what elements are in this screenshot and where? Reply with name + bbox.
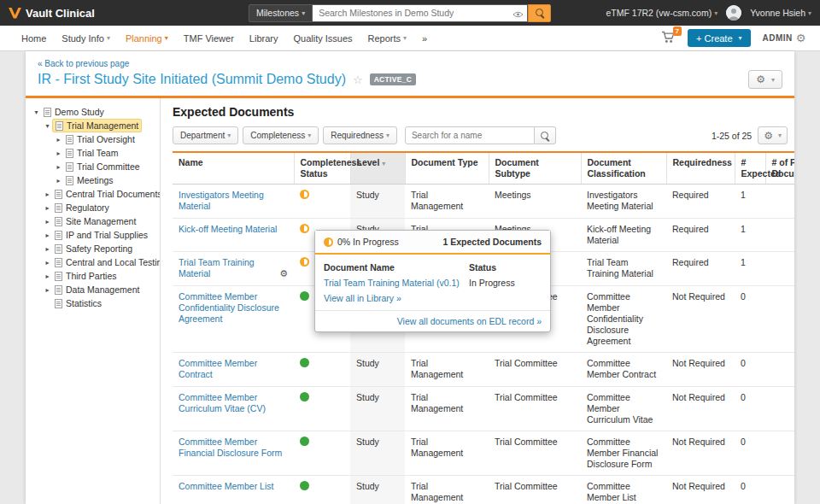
tree-item-safety-reporting[interactable]: ▸Safety Reporting [26,242,160,255]
create-button[interactable]: + Create ▾ [688,29,751,47]
tree-item-meetings[interactable]: ▸Meetings [26,173,160,187]
completeness-complete-icon[interactable] [300,392,309,401]
completeness-in-progress-icon[interactable] [300,224,309,233]
tree-item-trial-team[interactable]: ▸Trial Team [26,146,160,160]
column-header-document-classification[interactable]: Document Classification [581,153,666,185]
chevron-down-icon: ▾ [714,9,718,17]
row-actions-gear-icon[interactable]: ⚙ [279,268,288,280]
chevron-right-icon[interactable]: ▸ [55,177,62,185]
column-header-requiredness[interactable]: Requiredness [666,153,735,185]
completeness-complete-icon[interactable] [300,291,309,301]
chevron-right-icon[interactable]: ▸ [44,286,51,294]
nav-item-tmf-viewer[interactable]: TMF Viewer [176,26,242,51]
view-all-edl-link[interactable]: View all documents on EDL record » [397,316,542,326]
global-search-input[interactable] [313,4,528,22]
user-avatar[interactable] [726,5,741,21]
filter-requiredness[interactable]: Requiredness▾ [323,126,397,144]
vault-selector[interactable]: eTMF 17R2 (vw-csm.com) ▾ [606,8,718,18]
chevron-right-icon[interactable]: ▸ [44,218,51,226]
completeness-complete-icon[interactable] [300,481,309,490]
requiredness-cell: Not Required [666,353,735,386]
tree-item-label: Meetings [63,174,116,186]
nav-item-reports[interactable]: Reports▾ [360,26,415,51]
chevron-down-icon[interactable]: ▾ [32,108,40,116]
document-name-link[interactable]: Committee Member Curriculum Vitae (CV) [179,392,266,413]
document-classification-cell: Investigators Meeting Material [581,185,666,218]
filter-completeness[interactable]: Completeness▾ [243,126,319,144]
column-header-document-subtype[interactable]: Document Subtype [489,153,581,185]
tree-item-central-and-local-testing[interactable]: ▸Central and Local Testing [26,255,160,269]
nav-item-label: » [422,33,427,44]
name-search-button[interactable] [535,126,556,144]
chevron-down-icon: ▾ [771,76,775,84]
view-all-in-library-link[interactable]: View all in Library » [324,293,469,303]
tree-item-trial-committee[interactable]: ▸Trial Committee [26,160,160,173]
document-name-link[interactable]: Committee Member Contract [179,358,257,379]
filter-bar: Department▾Completeness▾Requiredness▾ 1-… [173,126,794,144]
chevron-right-icon[interactable]: ▸ [55,136,62,144]
nav-item-more[interactable]: » [414,26,435,51]
tree-item-third-parties[interactable]: ▸Third Parties [26,269,160,283]
chevron-right-icon[interactable]: ▸ [44,231,51,239]
table-row: Committee Member Curriculum Vitae (CV)St… [173,386,794,431]
nav-item-study-info[interactable]: Study Info▾ [54,26,118,51]
document-name-link[interactable]: Committee Member Financial Disclosure Fo… [179,437,282,458]
completeness-in-progress-icon[interactable] [300,257,309,267]
cart-button[interactable]: 7 [661,31,676,45]
column-header-document-type[interactable]: Document Type [405,153,489,185]
chevron-right-icon[interactable]: ▸ [44,259,51,267]
global-search: Milestones ▾ [249,4,551,22]
column-header-level[interactable]: Level▾ [350,153,405,185]
chevron-right-icon[interactable]: ▸ [55,149,62,157]
chevron-right-icon[interactable]: ▸ [44,204,51,212]
document-name-link[interactable]: Kick-off Meeting Material [179,224,277,234]
app-logo[interactable]: Vault Clinical [9,7,95,20]
document-name-link[interactable]: Investigators Meeting Material [179,190,264,211]
column-header-completeness-status[interactable]: Completeness Status [294,153,350,185]
chevron-right-icon[interactable]: ▸ [55,163,62,171]
tree-item-demo-study[interactable]: ▾Demo Study [26,105,160,119]
favorite-star-icon[interactable]: ☆ [353,73,363,86]
chevron-right-icon[interactable]: ▸ [44,273,51,280]
level-cell: Study [350,353,405,386]
table-settings-gear-button[interactable]: ⚙ ▾ [758,126,788,144]
chevron-down-icon: ▾ [386,132,390,139]
tree-item-trial-management[interactable]: ▾Trial Management [26,119,160,132]
final-documents-cell [765,285,794,353]
column-header-name[interactable]: Name [173,153,294,185]
search-button[interactable] [528,4,551,22]
nav-item-library[interactable]: Library [242,26,286,51]
tree-item-label: Trial Oversight [63,133,138,145]
nav-item-quality-issues[interactable]: Quality Issues [285,26,360,51]
admin-button[interactable]: ADMIN ⚙ [763,32,806,44]
completeness-complete-icon[interactable] [300,437,309,446]
tree-item-trial-oversight[interactable]: ▸Trial Oversight [26,132,160,146]
completeness-in-progress-icon[interactable] [300,190,309,199]
document-name-link[interactable]: Committee Member Confidentiality Disclos… [179,291,279,324]
filter-department[interactable]: Department▾ [173,126,238,144]
tree-item-ip-and-trial-supplies[interactable]: ▸IP and Trial Supplies [26,228,160,242]
chevron-down-icon[interactable]: ▾ [44,122,51,130]
tree-item-regulatory[interactable]: ▸Regulatory [26,201,160,214]
document-name-link[interactable]: Trial Team Training Material [179,257,255,278]
nav-item-planning[interactable]: Planning▾ [118,26,176,51]
document-name-link[interactable]: Committee Member List [179,481,273,491]
page-actions-gear-button[interactable]: ⚙ ▾ [748,70,782,89]
tree-item-site-management[interactable]: ▸Site Management [26,214,160,228]
chevron-right-icon[interactable]: ▸ [44,190,51,198]
column-header-expected[interactable]: # Expected [735,153,765,185]
chevron-right-icon[interactable]: ▸ [44,245,51,253]
tree-item-central-trial-documents[interactable]: ▸Central Trial Documents [26,187,160,201]
search-scope-dropdown[interactable]: Milestones ▾ [249,4,313,22]
back-link[interactable]: « Back to previous page [38,59,129,68]
table-row: Committee Member Financial Disclosure Fo… [173,431,794,475]
tree-item-data-management[interactable]: ▸Data Management [26,283,160,296]
final-documents-cell [765,386,794,431]
completeness-complete-icon[interactable] [300,358,309,367]
tree-item-statistics[interactable]: Statistics [26,296,160,310]
user-menu[interactable]: Yvonne Hsieh ▾ [750,8,811,18]
binoculars-icon[interactable] [512,9,524,20]
nav-item-home[interactable]: Home [14,26,54,51]
popup-document-link[interactable]: Trial Team Training Material (v0.1) [324,278,469,288]
name-search-input[interactable] [405,126,535,144]
